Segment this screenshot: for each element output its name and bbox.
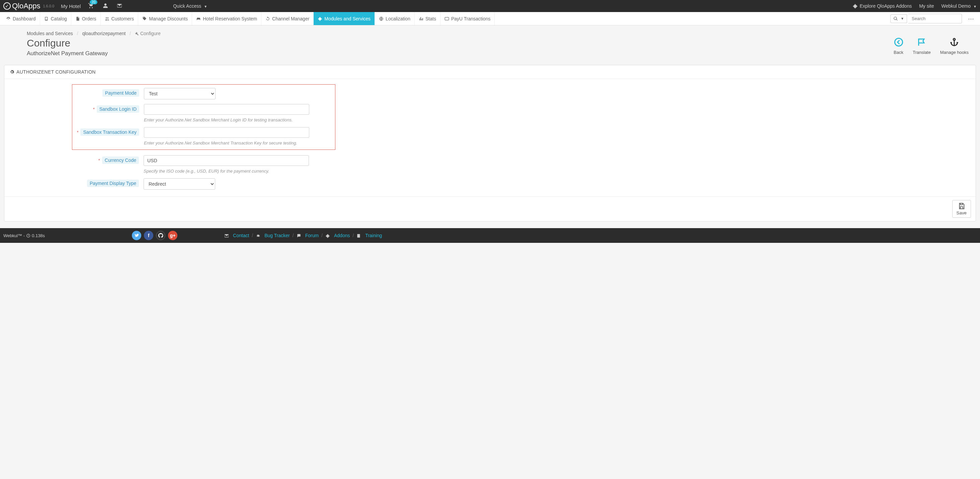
user-dropdown[interactable]: Webkul Demo ▼: [942, 3, 977, 9]
main-menu: Dashboard Catalog Orders Customers Manag…: [0, 12, 980, 25]
sandbox-login-label: Sandbox Login ID: [97, 105, 139, 113]
menu-localization[interactable]: Localization: [375, 12, 415, 25]
breadcrumb-module-tech[interactable]: qloauthorizepayment: [82, 31, 126, 36]
hotel-name[interactable]: My Hotel: [61, 3, 81, 9]
sandbox-login-help: Enter your Authorize.Net Sandbox Merchan…: [144, 117, 309, 122]
book-icon: [356, 233, 361, 238]
menu-search: ▼: [888, 12, 964, 25]
menu-dashboard[interactable]: Dashboard: [2, 12, 40, 25]
file-icon: [75, 16, 80, 21]
menu-overflow[interactable]: ⋯: [964, 12, 978, 25]
menu-modules[interactable]: Modules and Services: [313, 12, 375, 25]
page-title: Configure: [27, 38, 108, 49]
github-icon: [158, 233, 163, 238]
menu-stats[interactable]: Stats: [415, 12, 441, 25]
save-icon: [958, 202, 965, 210]
config-panel: AUTHORIZENET CONFIGURATION Payment Mode …: [4, 65, 976, 221]
training-link[interactable]: Training: [365, 233, 382, 238]
contact-link[interactable]: Contact: [233, 233, 249, 238]
facebook-link[interactable]: f: [144, 231, 153, 240]
logo-check-icon: ✓: [3, 2, 11, 10]
menu-payu[interactable]: PayU Transactions: [441, 12, 495, 25]
currency-help: Specify the ISO code (e.g., USD, EUR) fo…: [143, 168, 309, 174]
github-link[interactable]: [156, 231, 165, 240]
menu-channel[interactable]: Channel Manager: [261, 12, 313, 25]
caret-down-icon: ▼: [900, 17, 904, 21]
svg-point-2: [895, 38, 902, 46]
book-icon: [44, 16, 49, 21]
cart-button[interactable]: 20: [88, 3, 94, 10]
brand-logo[interactable]: ✓ QloApps 1.6.0.0: [3, 2, 54, 10]
twitter-icon: [134, 233, 139, 238]
chart-icon: [419, 16, 423, 21]
user-label: Webkul Demo: [942, 3, 971, 9]
caret-down-icon: ▼: [204, 5, 207, 8]
anchor-icon: [950, 38, 959, 47]
comments-icon: [296, 233, 301, 238]
wrench-icon: [135, 32, 139, 36]
menu-customers[interactable]: Customers: [101, 12, 138, 25]
bugtracker-link[interactable]: Bug Tracker: [264, 233, 290, 238]
refresh-icon: [266, 16, 270, 21]
googleplus-link[interactable]: g+: [168, 231, 177, 240]
users-icon: [105, 16, 110, 21]
svg-point-3: [953, 38, 955, 40]
footer-time: 0.138s: [32, 233, 45, 238]
page-header: Configure AuthorizeNet Payment Gateway B…: [4, 36, 976, 62]
version-text: 1.6.0.0: [43, 4, 54, 8]
user-icon: [103, 3, 108, 8]
footer-brand: Webkul™ -: [3, 233, 25, 238]
currency-label: Currency Code: [102, 157, 139, 164]
puzzle-icon: [325, 233, 330, 238]
puzzle-icon: [318, 16, 322, 21]
back-button[interactable]: Back: [894, 38, 904, 55]
quick-access-label: Quick Access: [173, 3, 201, 9]
gear-icon: [10, 70, 14, 74]
menu-hotel[interactable]: Hotel Reservation System: [192, 12, 261, 25]
search-input[interactable]: [908, 14, 962, 24]
tag-icon: [142, 16, 147, 21]
mysite-link[interactable]: My site: [919, 3, 934, 9]
addons-link[interactable]: Addons: [334, 233, 350, 238]
breadcrumb: Modules and Services / qloauthorizepayme…: [4, 31, 976, 36]
menu-orders[interactable]: Orders: [71, 12, 101, 25]
explore-addons-link[interactable]: Explore QloApps Addons: [853, 3, 912, 9]
user-menu-button[interactable]: [103, 3, 108, 10]
caret-down-icon: ▼: [973, 5, 977, 8]
globe-icon: [379, 16, 383, 21]
sandbox-key-input[interactable]: [144, 127, 309, 138]
display-type-label: Payment Display Type: [87, 179, 139, 187]
manage-hooks-button[interactable]: Manage hooks: [940, 38, 969, 55]
breadcrumb-modules[interactable]: Modules and Services: [27, 31, 73, 36]
menu-catalog[interactable]: Catalog: [40, 12, 71, 25]
search-icon: [893, 16, 898, 21]
brand-text: QloApps: [12, 2, 40, 10]
explore-addons-label: Explore QloApps Addons: [860, 3, 912, 9]
twitter-link[interactable]: [132, 231, 141, 240]
card-icon: [444, 16, 449, 21]
quick-access-dropdown[interactable]: Quick Access ▼: [173, 3, 207, 9]
page-subtitle: AuthorizeNet Payment Gateway: [27, 50, 108, 57]
mail-button[interactable]: [117, 3, 122, 10]
forum-link[interactable]: Forum: [305, 233, 319, 238]
flag-icon: [917, 38, 926, 47]
mail-icon: [117, 3, 122, 8]
payment-mode-label: Payment Mode: [102, 89, 139, 97]
panel-heading: AUTHORIZENET CONFIGURATION: [4, 65, 976, 79]
content: Modules and Services / qloauthorizepayme…: [0, 25, 980, 221]
topbar: ✓ QloApps 1.6.0.0 My Hotel 20 Quick Acce…: [0, 0, 980, 12]
breadcrumb-current: Configure: [140, 31, 161, 36]
translate-button[interactable]: Translate: [913, 38, 931, 55]
menu-discounts[interactable]: Manage Discounts: [138, 12, 192, 25]
svg-rect-1: [445, 17, 449, 20]
save-button[interactable]: Save: [952, 200, 971, 218]
highlight-box: Payment Mode Test *Sandbox Login ID Ente…: [72, 84, 336, 150]
bug-icon: [256, 233, 260, 238]
sandbox-login-input[interactable]: [144, 104, 309, 115]
currency-input[interactable]: [143, 155, 309, 166]
display-type-select[interactable]: Redirect: [143, 178, 215, 190]
back-icon: [894, 38, 904, 47]
payment-mode-select[interactable]: Test: [144, 88, 216, 99]
clock-icon: [26, 233, 30, 238]
search-type-dropdown[interactable]: ▼: [890, 14, 907, 23]
